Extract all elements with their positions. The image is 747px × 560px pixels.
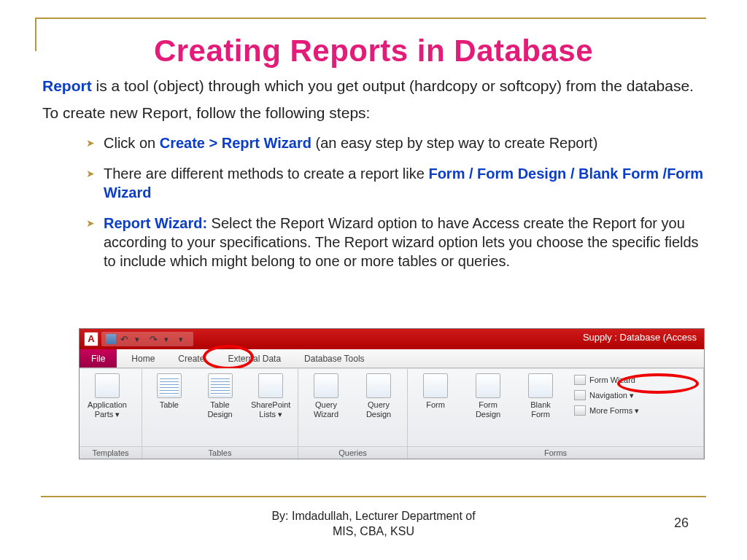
- footer-affiliation: MIS, CBA, KSU: [0, 524, 747, 540]
- window-titlebar: A Supply : Database (Access: [80, 329, 704, 349]
- group-templates-label: Templates: [80, 446, 142, 459]
- table-design-label: TableDesign: [207, 400, 232, 419]
- table-icon: [157, 373, 182, 398]
- forms-extra-list: Form Wizard Navigation ▾ More Forms ▾: [574, 373, 639, 417]
- more-forms-label: More Forms ▾: [589, 404, 639, 417]
- group-queries: QueryWizard QueryDesign Queries: [298, 369, 408, 459]
- ribbon-tabs: File Home Create External Data Database …: [80, 349, 704, 368]
- table-button[interactable]: Table: [147, 373, 192, 410]
- tab-database-tools[interactable]: Database Tools: [293, 349, 376, 368]
- redo-icon[interactable]: [150, 334, 160, 344]
- b2-pre: There are different methods to create a …: [104, 166, 428, 182]
- blank-form-icon: [528, 373, 553, 398]
- bullet-arrow-icon: ➤: [86, 167, 95, 202]
- tab-create[interactable]: Create: [166, 349, 216, 368]
- slide-footer: By: Imdadullah, Lecturer Department of M…: [0, 508, 747, 540]
- qat-customize-icon[interactable]: [179, 334, 189, 344]
- query-wizard-icon: [314, 373, 338, 398]
- form-wizard-label: Form Wizard: [589, 373, 635, 386]
- form-wizard-icon: [574, 375, 586, 385]
- save-icon[interactable]: [106, 334, 116, 344]
- form-design-icon: [476, 373, 500, 398]
- bullet-3: ➤ Report Wizard: Select the Report Wizar…: [86, 214, 705, 271]
- form-icon: [423, 373, 448, 398]
- dropdown-icon[interactable]: [164, 334, 174, 344]
- navigation-icon: [574, 390, 586, 400]
- query-wizard-label: QueryWizard: [314, 400, 338, 419]
- footer-by: By: Imdadullah, Lecturer Department of: [0, 508, 747, 524]
- tab-external-data[interactable]: External Data: [216, 349, 293, 368]
- blank-form-button[interactable]: BlankForm: [517, 373, 564, 419]
- b1-pre: Click on: [104, 135, 160, 151]
- tab-home[interactable]: Home: [120, 349, 166, 368]
- table-design-button[interactable]: TableDesign: [198, 373, 243, 419]
- b3-lead: Report Wizard:: [104, 215, 207, 231]
- query-design-button[interactable]: QueryDesign: [355, 373, 402, 419]
- application-parts-label: ApplicationParts ▾: [88, 400, 127, 419]
- bullet-2: ➤ There are different methods to create …: [86, 164, 705, 202]
- navigation-label: Navigation ▾: [589, 389, 634, 402]
- group-queries-label: Queries: [298, 446, 407, 459]
- quick-access-toolbar: [101, 332, 193, 346]
- table-label: Table: [160, 400, 179, 410]
- more-forms-button[interactable]: More Forms ▾: [574, 404, 639, 417]
- group-tables-label: Tables: [142, 446, 298, 459]
- form-design-label: FormDesign: [476, 400, 500, 419]
- page-number: 26: [674, 516, 689, 531]
- window-title-text: Supply : Database (Access: [583, 332, 697, 343]
- sharepoint-lists-label: SharePointLists ▾: [251, 400, 290, 419]
- form-label: Form: [426, 400, 445, 410]
- table-design-icon: [208, 373, 233, 398]
- b1-post: (an easy step by step way to create Repo…: [311, 135, 597, 151]
- more-forms-icon: [574, 405, 586, 416]
- slide-body: Report is a tool (object) through which …: [42, 76, 705, 282]
- group-templates: ApplicationParts ▾ Templates: [80, 369, 142, 459]
- query-wizard-button[interactable]: QueryWizard: [303, 373, 349, 419]
- footer-divider: [41, 496, 706, 497]
- access-app-icon: A: [84, 332, 98, 346]
- group-forms-label: Forms: [408, 446, 703, 459]
- b1-hl: Create > Reprt Wizard: [160, 135, 311, 151]
- access-ribbon-screenshot: A Supply : Database (Access File Home Cr…: [79, 328, 705, 459]
- bullet-arrow-icon: ➤: [86, 217, 95, 271]
- dropdown-icon[interactable]: [135, 334, 145, 344]
- query-design-icon: [366, 373, 391, 398]
- sharepoint-icon: [258, 373, 283, 398]
- paragraph-2: To create new Report, follow the followi…: [42, 103, 705, 122]
- application-parts-button[interactable]: ApplicationParts ▾: [84, 373, 131, 419]
- bullet-1: ➤ Click on Create > Reprt Wizard (an eas…: [86, 133, 705, 152]
- undo-icon[interactable]: [120, 334, 131, 344]
- para1-rest: is a tool (object) through which you get…: [92, 77, 694, 94]
- paragraph-1: Report is a tool (object) through which …: [42, 76, 705, 96]
- blank-form-label: BlankForm: [530, 400, 551, 419]
- frame-top: [35, 18, 706, 19]
- form-design-button[interactable]: FormDesign: [465, 373, 511, 419]
- tab-file[interactable]: File: [80, 349, 117, 368]
- bullet-list: ➤ Click on Create > Reprt Wizard (an eas…: [42, 133, 705, 271]
- application-parts-icon: [95, 373, 120, 398]
- bullet-arrow-icon: ➤: [86, 136, 95, 152]
- navigation-button[interactable]: Navigation ▾: [574, 389, 639, 402]
- form-button[interactable]: Form: [412, 373, 459, 410]
- group-tables: Table TableDesign SharePointLists ▾ Tabl…: [142, 369, 298, 459]
- ribbon-groups: ApplicationParts ▾ Templates Table Table…: [80, 368, 704, 459]
- sharepoint-lists-button[interactable]: SharePointLists ▾: [248, 373, 293, 419]
- slide-title: Creating Reports in Database: [0, 34, 747, 69]
- query-design-label: QueryDesign: [366, 400, 391, 419]
- form-wizard-button[interactable]: Form Wizard: [574, 373, 639, 386]
- group-forms: Form FormDesign BlankForm Form Wizard: [408, 369, 704, 459]
- report-keyword: Report: [42, 77, 92, 94]
